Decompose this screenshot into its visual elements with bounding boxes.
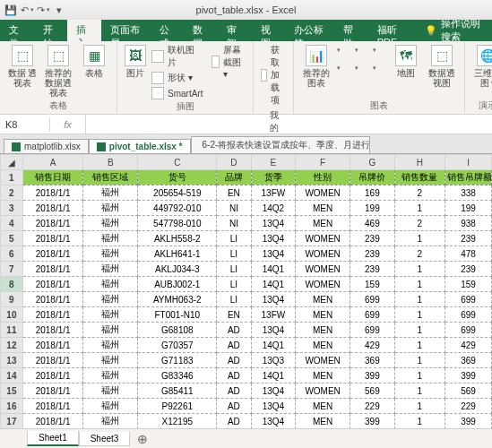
data-cell[interactable]: 449792-010 (138, 201, 217, 216)
data-cell[interactable]: 239 (350, 262, 395, 277)
data-cell[interactable]: AD (217, 338, 251, 353)
data-cell[interactable]: LI (217, 277, 251, 292)
spreadsheet-grid[interactable]: ◢ABCDEFGHI1销售日期销售区域货号品牌货季性别吊牌价销售数量销售吊牌额2… (0, 154, 492, 428)
data-cell[interactable]: 239 (350, 246, 395, 262)
redo-icon[interactable]: ↷ (36, 3, 50, 17)
workbook-tab-0[interactable]: matplotlib.xlsx (4, 139, 89, 153)
row-header-13[interactable]: 13 (1, 353, 23, 368)
tab-review[interactable]: 审阅 (218, 20, 252, 41)
data-cell[interactable]: 福州 (83, 399, 138, 414)
col-header-C[interactable]: C (138, 155, 217, 170)
data-cell[interactable]: MEN (296, 399, 350, 414)
chart-type-3-icon[interactable] (371, 43, 387, 59)
data-cell[interactable]: 429 (350, 338, 395, 353)
data-cell[interactable]: 399 (445, 368, 492, 383)
data-cell[interactable]: 2018/1/1 (22, 399, 83, 414)
col-header-D[interactable]: D (217, 155, 251, 170)
data-cell[interactable]: G85411 (138, 383, 217, 399)
data-cell[interactable]: 399 (445, 414, 492, 429)
data-cell[interactable]: 福州 (83, 368, 138, 383)
row-header-15[interactable]: 15 (1, 383, 23, 399)
data-cell[interactable]: 福州 (83, 338, 138, 353)
tab-office[interactable]: 办公标签 (285, 20, 334, 41)
data-cell[interactable]: 2018/1/1 (22, 383, 83, 399)
col-header-E[interactable]: E (251, 155, 296, 170)
data-cell[interactable]: 2018/1/1 (22, 277, 83, 292)
data-cell[interactable]: WOMEN (296, 231, 350, 246)
data-cell[interactable]: AUBJ002-1 (138, 277, 217, 292)
row-header-4[interactable]: 4 (1, 216, 23, 231)
data-cell[interactable]: 2018/1/1 (22, 185, 83, 201)
data-cell[interactable]: AD (217, 414, 251, 429)
data-cell[interactable]: 239 (445, 231, 492, 246)
tab-pagelayout[interactable]: 页面布局 (101, 20, 151, 41)
row-header-2[interactable]: 2 (1, 185, 23, 201)
data-cell[interactable]: 159 (350, 277, 395, 292)
3d-map-button[interactable]: 🌐三维地 图 ▾ (470, 43, 492, 90)
shapes-button[interactable]: 形状 ▾ (150, 71, 204, 85)
data-cell[interactable]: 1 (394, 292, 445, 307)
data-cell[interactable]: 2018/1/1 (22, 353, 83, 368)
data-header-cell[interactable]: 销售吊牌额 (445, 170, 492, 185)
data-cell[interactable]: 13Q4 (251, 292, 296, 307)
data-cell[interactable]: MEN (296, 216, 350, 231)
chart-type-2-icon[interactable] (353, 43, 369, 59)
data-cell[interactable]: MEN (296, 368, 350, 383)
data-cell[interactable]: 547798-010 (138, 216, 217, 231)
workbook-tab-1[interactable]: pivot_table.xlsx * (89, 139, 191, 153)
data-cell[interactable]: WOMEN (296, 246, 350, 262)
data-cell[interactable]: 338 (445, 185, 492, 201)
workbook-tab-2[interactable]: 6-2-将报表快速设置成按年、季度、月进行汇总—日期型数据快速分组.xlsx (191, 136, 370, 153)
tab-view[interactable]: 视图 (252, 20, 286, 41)
row-header-3[interactable]: 3 (1, 201, 23, 216)
data-cell[interactable]: 569 (350, 383, 395, 399)
data-cell[interactable]: 699 (350, 323, 395, 338)
data-cell[interactable]: 福州 (83, 292, 138, 307)
data-cell[interactable]: 2018/1/1 (22, 246, 83, 262)
data-cell[interactable]: MEN (296, 292, 350, 307)
data-cell[interactable]: 1 (394, 399, 445, 414)
data-cell[interactable]: 福州 (83, 262, 138, 277)
data-cell[interactable]: 2018/1/1 (22, 231, 83, 246)
data-cell[interactable]: 13FW (251, 185, 296, 201)
data-cell[interactable]: EN (217, 185, 251, 201)
data-cell[interactable]: AD (217, 399, 251, 414)
data-cell[interactable]: MEN (296, 307, 350, 323)
chart-type-4-icon[interactable] (335, 61, 351, 77)
data-header-cell[interactable]: 性别 (296, 170, 350, 185)
data-cell[interactable]: 938 (445, 216, 492, 231)
col-header-H[interactable]: H (394, 155, 445, 170)
data-cell[interactable]: 2018/1/1 (22, 292, 83, 307)
data-cell[interactable]: 2018/1/1 (22, 216, 83, 231)
data-cell[interactable]: 福州 (83, 277, 138, 292)
recommended-pivot-button[interactable]: ⬚推荐的 数据透视表 (41, 43, 75, 99)
data-cell[interactable]: 699 (350, 292, 395, 307)
data-cell[interactable]: 2018/1/1 (22, 262, 83, 277)
online-pictures-button[interactable]: 联机图片 (150, 43, 204, 70)
data-cell[interactable]: 14Q1 (251, 277, 296, 292)
tab-data[interactable]: 数据 (184, 20, 218, 41)
maps-button[interactable]: 🗺地图 (389, 43, 423, 80)
data-cell[interactable]: AD (217, 353, 251, 368)
data-cell[interactable]: 2018/1/1 (22, 201, 83, 216)
tab-foxit[interactable]: 福昕PDF (368, 20, 418, 41)
add-sheet-button[interactable]: ⊕ (130, 432, 155, 446)
data-cell[interactable]: 2 (394, 216, 445, 231)
data-header-cell[interactable]: 品牌 (217, 170, 251, 185)
data-cell[interactable]: 699 (445, 292, 492, 307)
data-cell[interactable]: WOMEN (296, 383, 350, 399)
data-cell[interactable]: 699 (445, 307, 492, 323)
row-header-12[interactable]: 12 (1, 338, 23, 353)
data-cell[interactable]: 13FW (251, 307, 296, 323)
data-cell[interactable]: 福州 (83, 353, 138, 368)
data-cell[interactable]: EN (217, 307, 251, 323)
data-cell[interactable]: AKLH641-1 (138, 246, 217, 262)
data-cell[interactable]: 1 (394, 353, 445, 368)
data-cell[interactable]: 1 (394, 383, 445, 399)
data-header-cell[interactable]: 货季 (251, 170, 296, 185)
data-header-cell[interactable]: 销售区域 (83, 170, 138, 185)
data-cell[interactable]: 福州 (83, 246, 138, 262)
data-cell[interactable]: 369 (350, 353, 395, 368)
data-cell[interactable]: MEN (296, 201, 350, 216)
data-cell[interactable]: 2 (394, 246, 445, 262)
